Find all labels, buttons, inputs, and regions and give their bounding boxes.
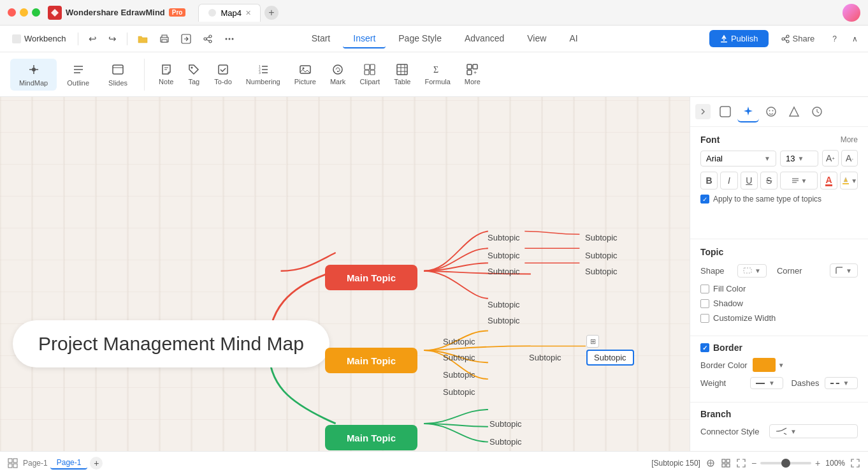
redo-button[interactable]: ↪ xyxy=(103,31,122,47)
panel-tab-format[interactable] xyxy=(737,101,759,122)
mark-button[interactable]: Mark xyxy=(324,61,352,88)
minimize-button[interactable] xyxy=(20,8,28,17)
subtopic-g1[interactable]: Subtopic xyxy=(489,419,522,429)
workbench-button[interactable]: Workbench xyxy=(5,31,73,47)
tab-insert[interactable]: Insert xyxy=(343,29,386,48)
tab-ai[interactable]: AI xyxy=(559,29,588,48)
tab-start[interactable]: Start xyxy=(301,29,341,48)
fill-color-checkbox[interactable] xyxy=(700,285,709,293)
border-color-swatch[interactable] xyxy=(753,358,776,372)
help-button[interactable]: ? xyxy=(827,32,842,46)
dash-select[interactable]: ▼ xyxy=(825,377,858,389)
apply-checkbox[interactable] xyxy=(700,195,709,204)
folder-button[interactable] xyxy=(133,31,153,47)
subtopic-re1[interactable]: Subtopic xyxy=(585,233,618,242)
fit-page-icon[interactable] xyxy=(705,458,716,468)
fullscreen-icon[interactable] xyxy=(736,458,746,468)
add-tab-button[interactable]: + xyxy=(264,6,278,20)
font-decrease-button[interactable]: A- xyxy=(841,150,858,167)
outline-view-button[interactable]: Outline xyxy=(58,59,98,91)
panel-tab-style[interactable] xyxy=(714,101,736,122)
font-color-button[interactable]: A xyxy=(820,172,837,189)
font-more-button[interactable]: More xyxy=(841,135,858,144)
highlight-color-button[interactable]: ▼ xyxy=(840,172,858,189)
subtopic-y4[interactable]: Subtopic xyxy=(443,387,475,397)
subtopic-g2[interactable]: Subtopic xyxy=(489,437,522,447)
note-button[interactable]: Note xyxy=(152,61,180,88)
subtopic-r2[interactable]: Subtopic xyxy=(488,251,520,260)
publish-button[interactable]: Publish xyxy=(709,30,769,47)
map-tab[interactable]: Map4 ✕ xyxy=(198,4,261,22)
strikethrough-button[interactable]: S xyxy=(760,172,778,189)
bold-button[interactable]: B xyxy=(700,172,718,189)
tab-page-style[interactable]: Page Style xyxy=(388,29,452,48)
collapse-menubar-button[interactable]: ∧ xyxy=(847,32,863,46)
collapse-panel-button[interactable] xyxy=(695,104,711,119)
corner-select[interactable]: ▼ xyxy=(830,263,858,278)
add-page-button[interactable]: + xyxy=(90,457,103,470)
zoom-thumb[interactable] xyxy=(781,459,790,468)
selected-subtopic[interactable]: Subtopic xyxy=(586,350,634,366)
subtopic-y2[interactable]: Subtopic xyxy=(443,353,475,362)
numbering-button[interactable]: 1 2 3 Numbering xyxy=(240,61,287,88)
more-insert-button[interactable]: + More xyxy=(458,61,487,88)
subtopic-r1[interactable]: Subtopic xyxy=(488,233,520,242)
font-family-select[interactable]: Arial ▼ xyxy=(700,151,776,167)
shape-select[interactable]: ▼ xyxy=(737,264,767,278)
main-topic-green[interactable]: Main Topic xyxy=(325,425,417,450)
print-button[interactable] xyxy=(154,31,175,47)
main-topic-red[interactable]: Main Topic xyxy=(325,265,417,290)
zoom-in-button[interactable]: + xyxy=(815,458,820,468)
slides-view-button[interactable]: Slides xyxy=(99,59,136,91)
fullscreen-expand-icon[interactable] xyxy=(850,458,860,468)
canvas[interactable]: Project Management Mind Map Main Topic M… xyxy=(0,97,690,451)
table-button[interactable]: Table xyxy=(387,61,417,88)
share-tool-button[interactable] xyxy=(198,31,218,47)
subtopic-y1[interactable]: Subtopic xyxy=(443,337,475,346)
main-topic-yellow[interactable]: Main Topic xyxy=(325,348,417,373)
subtopic-re2[interactable]: Subtopic xyxy=(585,251,618,260)
font-increase-button[interactable]: A+ xyxy=(822,150,839,167)
subtopic-r5[interactable]: Subtopic xyxy=(488,316,520,325)
undo-button[interactable]: ↩ xyxy=(83,31,102,47)
clipart-button[interactable]: Clipart xyxy=(353,61,386,88)
align-button[interactable]: ▼ xyxy=(780,172,817,189)
border-checkbox[interactable] xyxy=(700,343,709,352)
subtopic-r3[interactable]: Subtopic xyxy=(488,267,520,276)
tag-button[interactable]: Tag xyxy=(181,61,206,88)
underline-button[interactable]: U xyxy=(741,172,758,189)
panel-tab-emoji[interactable] xyxy=(760,101,782,122)
user-avatar[interactable] xyxy=(843,4,860,22)
tab-close-icon[interactable]: ✕ xyxy=(245,9,251,17)
zoom-out-button[interactable]: − xyxy=(751,458,756,468)
mindmap-view-button[interactable]: MindMap xyxy=(10,59,57,91)
zoom-slider[interactable]: − + xyxy=(751,458,820,468)
formula-button[interactable]: Σ Formula xyxy=(418,61,456,88)
subtopic-y3[interactable]: Subtopic xyxy=(443,370,475,380)
weight-select[interactable]: ▼ xyxy=(750,377,783,389)
share-button[interactable]: Share xyxy=(774,30,823,47)
subtopic-re3[interactable]: Subtopic xyxy=(585,267,618,276)
actual-size-icon[interactable] xyxy=(721,458,731,468)
close-button[interactable] xyxy=(8,8,16,17)
export-button[interactable] xyxy=(176,31,196,47)
font-size-input[interactable]: 13 ▼ xyxy=(780,151,818,167)
more-tool-button[interactable] xyxy=(219,31,240,47)
subtopic-ye1[interactable]: Subtopic xyxy=(529,353,561,362)
tab-view[interactable]: View xyxy=(517,29,556,48)
zoom-track[interactable] xyxy=(760,462,811,464)
collapse-button[interactable]: ⊞ xyxy=(586,335,599,348)
panel-tab-shape[interactable] xyxy=(783,101,805,122)
connector-style-select[interactable]: ▼ xyxy=(769,424,858,438)
customize-width-checkbox[interactable] xyxy=(700,314,709,323)
shadow-checkbox[interactable] xyxy=(700,299,709,308)
tab-advanced[interactable]: Advanced xyxy=(454,29,514,48)
map-title[interactable]: Project Management Mind Map xyxy=(13,320,329,367)
subtopic-r4[interactable]: Subtopic xyxy=(488,300,520,309)
maximize-button[interactable] xyxy=(32,8,40,17)
current-page-tab[interactable]: Page-1 xyxy=(50,457,88,470)
panel-tab-clock[interactable] xyxy=(806,101,828,122)
grid-icon[interactable] xyxy=(8,458,18,468)
picture-button[interactable]: Picture xyxy=(288,61,322,88)
border-color-picker[interactable]: ▼ xyxy=(753,358,785,372)
